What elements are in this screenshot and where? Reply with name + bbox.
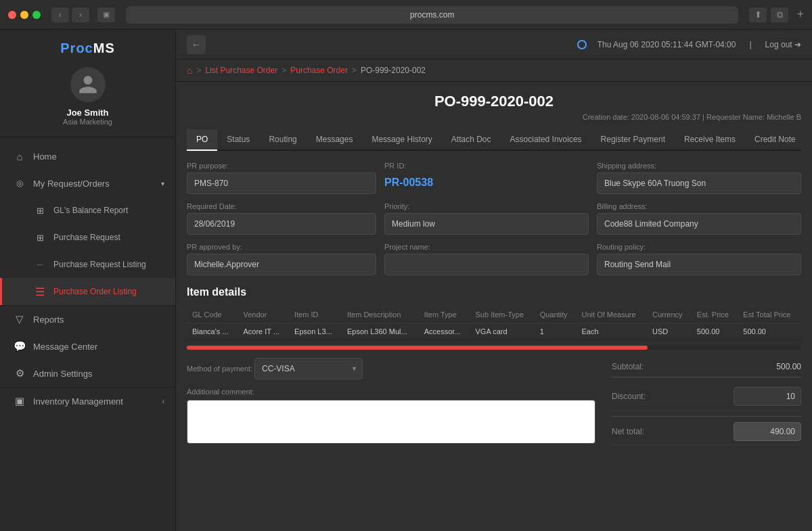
page-content: PO-999-2020-002 Creation date: 2020-08-0… — [176, 82, 812, 531]
discount-input[interactable] — [734, 387, 801, 406]
net-total-label: Net total: — [612, 427, 644, 436]
dot-yellow[interactable] — [20, 11, 28, 19]
breadcrumb-link2[interactable]: Purchase Order — [290, 66, 348, 75]
browser-actions: ⬆ ⧉ — [749, 7, 788, 22]
payment-select-wrap: CC-VISA Bank Transfer Cash Check — [254, 358, 363, 379]
routing-policy-input[interactable] — [597, 254, 801, 275]
home-icon: ⌂ — [13, 149, 26, 163]
shipping-input[interactable] — [597, 172, 801, 194]
plus-box-icon: ⊞ — [33, 204, 47, 217]
cell-est-total: 500.00 — [738, 323, 801, 340]
sidebar-item-gl-balance[interactable]: ⊞ GL's Balance Report — [0, 197, 175, 224]
sidebar-nav: ⌂ Home ◎ My Request/Orders ▾ ⊞ GL's Bala… — [0, 137, 175, 531]
col-item-desc: Item Description — [342, 306, 419, 323]
totals-section: Subtotal: 500.00 Discount: Net total: — [612, 358, 801, 446]
logout-link[interactable]: Log out ➜ — [765, 40, 801, 49]
divider: | — [749, 40, 751, 49]
sidebar-item-home[interactable]: ⌂ Home — [0, 143, 175, 170]
tab-message-history[interactable]: Message History — [362, 129, 441, 151]
project-name-group: Project name: — [384, 243, 589, 275]
table-row: Bianca's ... Acore IT ... Epson L3... Ep… — [187, 323, 801, 340]
pr-purpose-group: PR purpose: — [187, 162, 376, 194]
cell-vendor: Acore IT ... — [238, 323, 289, 340]
pr-purpose-input[interactable] — [187, 172, 376, 194]
project-name-input[interactable] — [384, 254, 589, 275]
sidebar-item-admin-settings[interactable]: ⚙ Admin Settings — [0, 360, 175, 387]
browser-forward-btn[interactable]: › — [72, 7, 89, 22]
tabs-bar: PO Status Routing Messages Message Histo… — [187, 129, 801, 151]
pr-approved-input[interactable] — [187, 254, 376, 275]
cell-est-price: 500.00 — [692, 323, 738, 340]
dots-icon: ··· — [33, 258, 47, 271]
page-title: PO-999-2020-002 — [187, 93, 801, 110]
cell-item-type: Accessor... — [419, 323, 470, 340]
sidebar-label-gl: GL's Balance Report — [53, 206, 128, 215]
topbar-left: ← — [187, 35, 206, 54]
dot-red[interactable] — [8, 11, 16, 19]
breadcrumb-link1[interactable]: List Purchase Order — [205, 66, 277, 75]
table-wrap: GL Code Vendor Item ID Item Description … — [187, 306, 801, 340]
payment-method-row: Method of payment: CC-VISA Bank Transfer… — [187, 358, 595, 379]
net-total-row: Net total: — [612, 416, 801, 446]
tab-status[interactable]: Status — [217, 129, 259, 151]
net-total-input[interactable] — [734, 422, 801, 441]
cell-quantity: 1 — [535, 323, 577, 340]
shipping-label: Shipping address: — [597, 162, 801, 170]
tab-receive-items[interactable]: Receive Items — [675, 129, 745, 151]
tab-attach-doc[interactable]: Attach Doc — [442, 129, 501, 151]
browser-new-tab-btn[interactable]: + — [796, 7, 804, 22]
orders-icon: ◎ — [13, 177, 26, 190]
sidebar-item-reports[interactable]: ▽ Reports — [0, 306, 175, 333]
col-est-total: Est Total Price — [738, 306, 801, 323]
col-quantity: Quantity — [535, 306, 577, 323]
main-content: ← Thu Aug 06 2020 05:11:44 GMT-04:00 | L… — [176, 30, 812, 531]
priority-select[interactable]: Medium low Low Medium High — [384, 213, 589, 235]
tab-messages[interactable]: Messages — [307, 129, 363, 151]
pr-approved-group: PR approved by: — [187, 243, 376, 275]
priority-label: Priority: — [384, 202, 589, 210]
sidebar-label-inventory: Inventory Management — [33, 396, 123, 407]
billing-group: Billing address: — [597, 202, 801, 235]
sidebar-item-purchase-request[interactable]: ⊞ Purchase Request — [0, 224, 175, 251]
back-button[interactable]: ← — [187, 35, 206, 54]
sidebar-label-purchase-request: Purchase Request — [53, 233, 120, 242]
pr-purpose-label: PR purpose: — [187, 162, 376, 170]
subtotal-row: Subtotal: 500.00 — [612, 358, 801, 377]
item-details-section: Item details GL Code Vendor Item ID Item… — [187, 286, 801, 350]
billing-input[interactable] — [597, 213, 801, 235]
tab-credit-note[interactable]: Credit Note — [745, 129, 805, 151]
payment-method-select[interactable]: CC-VISA Bank Transfer Cash Check — [254, 358, 363, 379]
tab-associated-invoices[interactable]: Associated Invoices — [501, 129, 591, 151]
browser-url-bar[interactable] — [126, 6, 738, 24]
routing-policy-label: Routing policy: — [597, 243, 801, 251]
sidebar-item-my-requests[interactable]: ◎ My Request/Orders ▾ — [0, 170, 175, 197]
required-date-group: Required Date: — [187, 202, 376, 235]
browser-view-btn[interactable]: ▣ — [97, 7, 115, 22]
payment-method-label: Method of payment: — [187, 365, 254, 373]
tab-routing[interactable]: Routing — [259, 129, 306, 151]
sidebar-label-home: Home — [33, 152, 57, 162]
col-est-price: Est. Price — [692, 306, 738, 323]
subtotal-value: 500.00 — [776, 362, 801, 371]
topbar: ← Thu Aug 06 2020 05:11:44 GMT-04:00 | L… — [176, 30, 812, 60]
tab-po[interactable]: PO — [187, 129, 217, 151]
browser-share-btn[interactable]: ⬆ — [749, 7, 767, 22]
sidebar-label-po-listing: Purchase Order Listing — [53, 287, 137, 296]
browser-tabs-btn[interactable]: ⧉ — [771, 7, 788, 22]
browser-nav: ‹ › — [51, 7, 89, 22]
breadcrumb-home-icon[interactable]: ⌂ — [187, 65, 192, 76]
comment-group: Additional comment: — [187, 388, 595, 446]
sidebar-item-po-listing[interactable]: ☰ Purchase Order Listing — [0, 278, 175, 305]
dot-green[interactable] — [32, 11, 41, 19]
browser-back-btn[interactable]: ‹ — [51, 7, 69, 22]
sidebar-label-admin: Admin Settings — [33, 369, 92, 379]
discount-row: Discount: — [612, 383, 801, 411]
sidebar-item-pr-listing[interactable]: ··· Purchase Request Listing — [0, 251, 175, 278]
sidebar-item-message-center[interactable]: 💬 Message Center — [0, 333, 175, 360]
comment-textarea[interactable] — [187, 400, 595, 444]
clock-icon — [577, 40, 587, 49]
required-date-input[interactable] — [187, 213, 376, 235]
sidebar-item-inventory[interactable]: ▣ Inventory Management ‹ — [0, 388, 175, 415]
table-scroll-bar[interactable] — [187, 346, 801, 350]
tab-register-payment[interactable]: Register Payment — [591, 129, 675, 151]
